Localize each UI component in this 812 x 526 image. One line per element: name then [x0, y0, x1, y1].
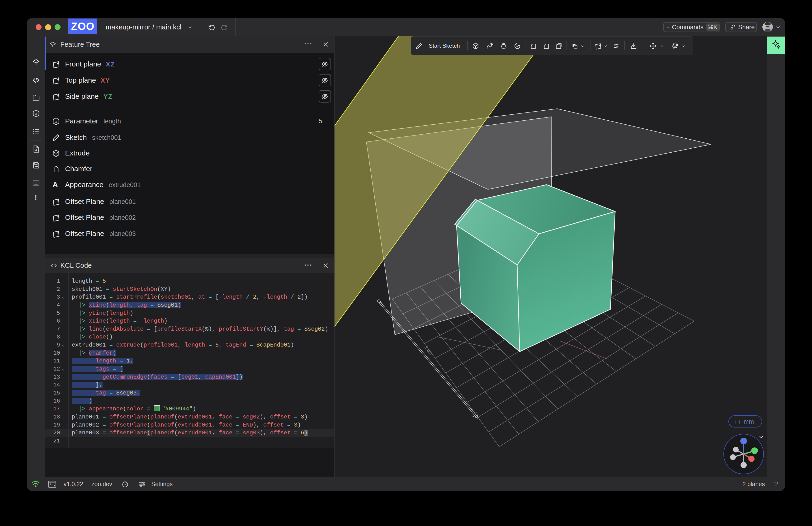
svg-text:x: x: [55, 119, 57, 124]
svg-text:x: x: [35, 111, 37, 116]
